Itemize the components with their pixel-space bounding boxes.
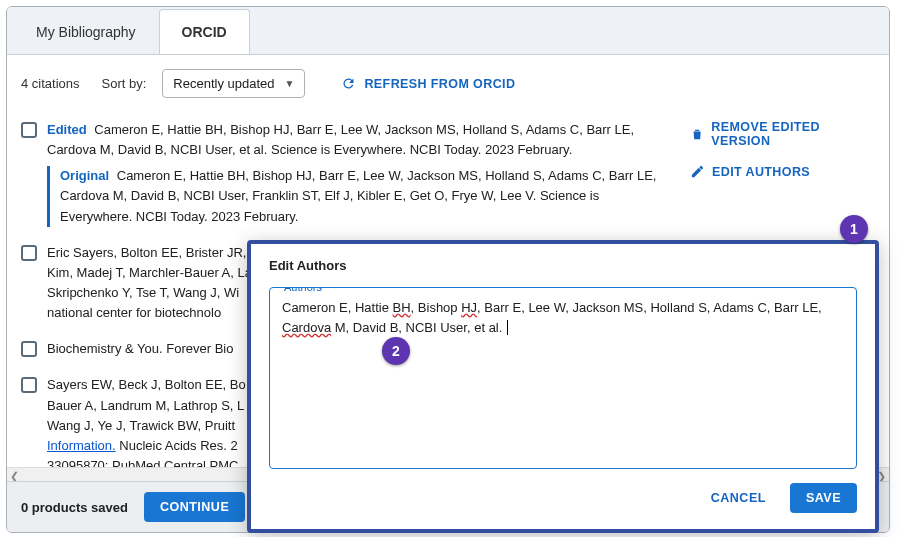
modal-title: Edit Authors bbox=[269, 258, 857, 273]
row-checkbox[interactable] bbox=[21, 245, 37, 261]
tab-my-bibliography[interactable]: My Bibliography bbox=[13, 9, 159, 54]
text-cursor bbox=[503, 320, 508, 335]
citation-count: 4 citations bbox=[21, 76, 80, 91]
edited-label: Edited bbox=[47, 122, 87, 137]
citation-row: Edited Cameron E, Hattie BH, Bishop HJ, … bbox=[21, 112, 875, 235]
authors-textarea[interactable]: Authors * Cameron E, Hattie BH, Bishop H… bbox=[269, 287, 857, 469]
row-checkbox[interactable] bbox=[21, 377, 37, 393]
save-button[interactable]: SAVE bbox=[790, 483, 857, 513]
row-checkbox[interactable] bbox=[21, 341, 37, 357]
pencil-icon bbox=[690, 164, 705, 179]
caret-down-icon: ▼ bbox=[285, 78, 295, 89]
sort-select[interactable]: Recently updated ▼ bbox=[162, 69, 305, 98]
toolbar: 4 citations Sort by: Recently updated ▼ … bbox=[7, 55, 889, 112]
continue-button[interactable]: CONTINUE bbox=[144, 492, 245, 522]
refresh-icon bbox=[341, 76, 356, 91]
trash-icon bbox=[690, 127, 704, 142]
remove-edited-version-button[interactable]: Remove Edited Version bbox=[690, 120, 875, 148]
edit-authors-button[interactable]: Edit Authors bbox=[690, 164, 810, 179]
cancel-button[interactable]: CANCEL bbox=[705, 483, 772, 513]
tab-orcid[interactable]: ORCID bbox=[159, 9, 250, 54]
refresh-from-orcid-button[interactable]: Refresh from ORCID bbox=[341, 76, 515, 91]
edit-authors-modal: Edit Authors Authors * Cameron E, Hattie… bbox=[247, 240, 879, 533]
sort-value: Recently updated bbox=[173, 76, 274, 91]
citation-text: Nucleic Acids Res. 2 bbox=[116, 438, 238, 453]
annotation-badge-2: 2 bbox=[382, 337, 410, 365]
tab-bar: My Bibliography ORCID bbox=[7, 7, 889, 55]
citation-text: Cameron E, Hattie BH, Bishop HJ, Barr E,… bbox=[47, 122, 634, 157]
original-label: Original bbox=[60, 168, 109, 183]
products-saved-label: 0 products saved bbox=[21, 500, 128, 515]
row-checkbox[interactable] bbox=[21, 122, 37, 138]
annotation-badge-1: 1 bbox=[840, 215, 868, 243]
field-label: Authors * bbox=[280, 287, 333, 296]
citation-link[interactable]: Information. bbox=[47, 438, 116, 453]
citation-original-text: Cameron E, Hattie BH, Bishop HJ, Barr E,… bbox=[60, 168, 656, 223]
sort-by-label: Sort by: bbox=[102, 76, 147, 91]
